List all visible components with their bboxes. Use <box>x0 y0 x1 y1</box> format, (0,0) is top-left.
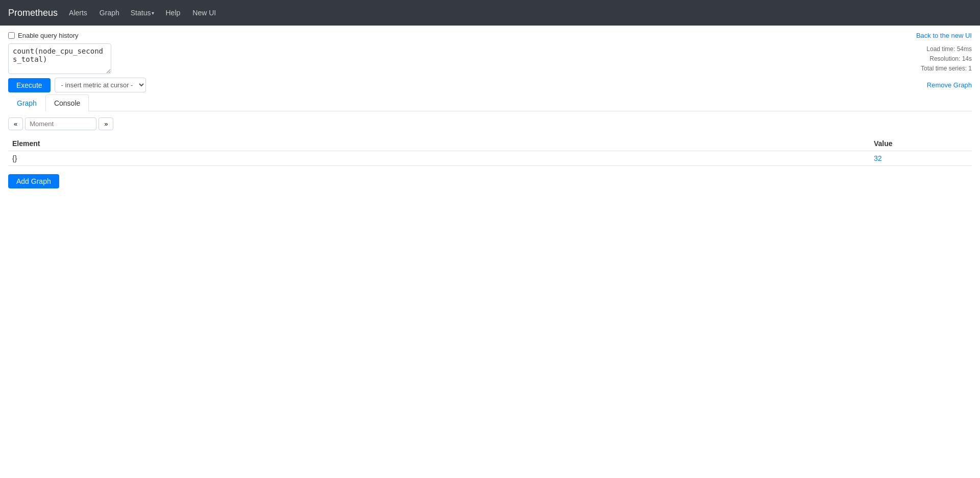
tabs: Graph Console <box>8 94 972 111</box>
insert-metric-select[interactable]: - insert metric at cursor - <box>55 78 146 92</box>
nav-link-alerts[interactable]: Alerts <box>68 7 88 19</box>
stats-panel: Load time: 54ms Resolution: 14s Total ti… <box>890 43 972 76</box>
nav-link-help[interactable]: Help <box>164 7 181 19</box>
value-cell: 32 <box>870 151 972 166</box>
controls-left: Execute - insert metric at cursor - <box>8 78 146 92</box>
navbar: Prometheus Alerts Graph Status ▾ Help Ne… <box>0 0 980 26</box>
value-column-header: Value <box>870 136 972 151</box>
enable-history-label[interactable]: Enable query history <box>8 32 79 39</box>
table-row: {} 32 <box>8 151 972 166</box>
console-controls: « » <box>8 117 972 130</box>
back-to-new-ui-link[interactable]: Back to the new UI <box>916 32 972 39</box>
query-input[interactable]: count(node_cpu_seconds_total) <box>8 43 111 74</box>
total-time-series-stat: Total time series: 1 <box>898 64 972 74</box>
tab-console[interactable]: Console <box>45 94 89 111</box>
results-table: Element Value {} 32 <box>8 136 972 166</box>
nav-link-newui[interactable]: New UI <box>191 7 217 19</box>
navbar-brand[interactable]: Prometheus <box>8 8 58 18</box>
tab-graph[interactable]: Graph <box>8 94 45 111</box>
remove-graph-link[interactable]: Remove Graph <box>927 81 972 89</box>
enable-history-checkbox[interactable] <box>8 32 15 39</box>
query-col: count(node_cpu_seconds_total) <box>8 43 890 76</box>
nav-status-label: Status <box>131 9 151 17</box>
table-header-row: Element Value <box>8 136 972 151</box>
moment-input[interactable] <box>25 117 96 130</box>
load-time-stat: Load time: 54ms <box>898 44 972 54</box>
element-column-header: Element <box>8 136 870 151</box>
next-button[interactable]: » <box>99 117 113 130</box>
table-header: Element Value <box>8 136 972 151</box>
top-bar: Enable query history Back to the new UI <box>8 32 972 39</box>
query-wrapper: count(node_cpu_seconds_total) Load time:… <box>8 43 972 76</box>
table-body: {} 32 <box>8 151 972 166</box>
add-graph-button[interactable]: Add Graph <box>8 174 59 188</box>
main-content: Enable query history Back to the new UI … <box>0 26 980 195</box>
element-cell: {} <box>8 151 870 166</box>
controls-row: Execute - insert metric at cursor - Remo… <box>8 78 972 92</box>
nav-dropdown-status[interactable]: Status ▾ <box>131 9 155 17</box>
execute-button[interactable]: Execute <box>8 78 51 92</box>
nav-link-graph[interactable]: Graph <box>99 7 120 19</box>
chevron-down-icon: ▾ <box>152 10 154 16</box>
resolution-stat: Resolution: 14s <box>898 54 972 64</box>
prev-button[interactable]: « <box>8 117 23 130</box>
